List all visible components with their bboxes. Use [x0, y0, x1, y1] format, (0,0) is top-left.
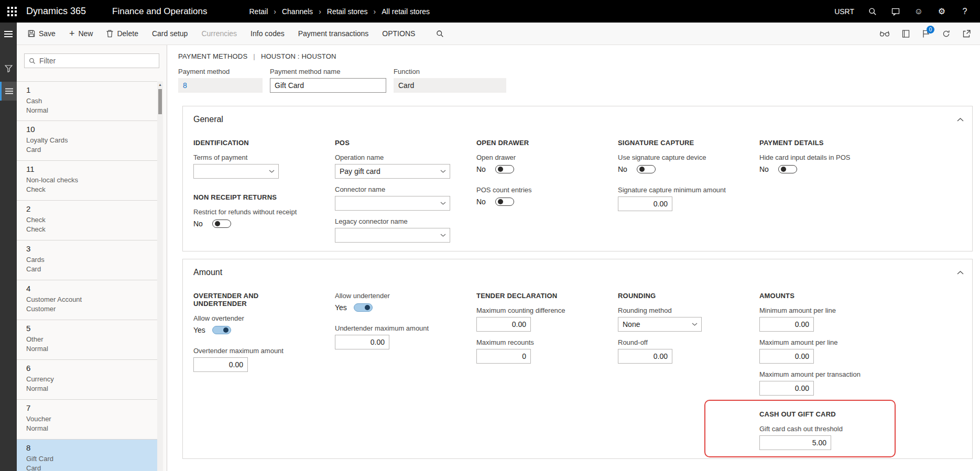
- save-icon: [28, 30, 35, 37]
- undertender-column: Allow undertender Yes Undertender maximu…: [335, 286, 450, 349]
- card-setup-button[interactable]: Card setup: [145, 23, 194, 45]
- filter-input[interactable]: [39, 57, 155, 65]
- list-item-other[interactable]: 5 Other Normal: [17, 320, 158, 360]
- signature-minimum-amount-input[interactable]: [618, 196, 672, 211]
- hamburger-menu-button[interactable]: [0, 23, 17, 45]
- list-scrollbar[interactable]: ▲: [157, 81, 163, 471]
- amount-section-header[interactable]: Amount: [183, 259, 972, 286]
- amount-section-title: Amount: [193, 268, 222, 277]
- list-item-currency[interactable]: 6 Currency Normal: [17, 360, 158, 400]
- payment-methods-list-panel: 1 Cash Normal 10 Loyalty Cards Card 11 N…: [17, 45, 167, 471]
- list-filter-box[interactable]: [24, 53, 159, 68]
- tender-declaration-column: TENDER DECLARATION Maximum counting diff…: [476, 286, 592, 364]
- breadcrumb-retail-stores[interactable]: Retail stores: [327, 7, 368, 16]
- search-icon[interactable]: [868, 7, 877, 16]
- scroll-up-arrow-icon[interactable]: ▲: [157, 81, 163, 88]
- payment-method-value-box: 8: [178, 78, 263, 93]
- breadcrumb-all-retail-stores[interactable]: All retail stores: [382, 7, 430, 16]
- open-in-new-window-icon[interactable]: [963, 30, 971, 38]
- allow-undertender-state: Yes: [335, 303, 347, 312]
- filter-rail-button[interactable]: [0, 59, 17, 78]
- max-counting-difference-input[interactable]: [476, 317, 531, 332]
- open-drawer-column: OPEN DRAWER Open drawer No POS count ent…: [476, 133, 592, 207]
- overtender-maximum-input[interactable]: [193, 357, 248, 372]
- settings-gear-icon[interactable]: ⚙: [937, 7, 946, 16]
- operation-name-value: Pay gift card: [335, 167, 436, 176]
- max-amount-per-line-input[interactable]: [759, 349, 814, 364]
- breadcrumb-retail[interactable]: Retail: [249, 7, 268, 16]
- max-amount-per-transaction-input[interactable]: [759, 381, 814, 396]
- user-account-button[interactable]: USRT: [834, 7, 854, 16]
- delete-button[interactable]: Delete: [100, 23, 145, 45]
- allow-overtender-toggle[interactable]: [212, 326, 231, 334]
- list-item-cards[interactable]: 3 Cards Card: [17, 240, 158, 280]
- chevron-up-icon[interactable]: [957, 118, 964, 122]
- gift-card-cash-out-threshold-field: Gift card cash out threshold: [759, 425, 875, 450]
- operation-name-dropdown[interactable]: Pay gift card: [335, 164, 450, 179]
- feedback-message-icon[interactable]: [891, 7, 900, 16]
- undertender-maximum-field: Undertender maximum amount: [335, 324, 450, 349]
- book-icon[interactable]: [902, 30, 910, 38]
- payment-method-link[interactable]: 8: [183, 81, 187, 90]
- allow-undertender-toggle[interactable]: [354, 303, 373, 312]
- action-search-button[interactable]: [429, 23, 451, 45]
- help-icon[interactable]: ?: [960, 7, 970, 16]
- app-name[interactable]: Finance and Operations: [112, 6, 207, 17]
- undertender-maximum-input[interactable]: [335, 335, 389, 349]
- list-item-voucher[interactable]: 7 Voucher Normal: [17, 400, 158, 440]
- save-button[interactable]: Save: [21, 23, 62, 45]
- action-bar-right-icons: 0: [880, 30, 980, 38]
- refresh-icon[interactable]: [942, 30, 950, 38]
- gift-card-cash-out-threshold-input[interactable]: [759, 435, 831, 450]
- new-button[interactable]: + New: [62, 23, 100, 45]
- restrict-refunds-toggle[interactable]: [212, 220, 231, 228]
- payment-method-name-field: Payment method name: [270, 68, 386, 93]
- breadcrumb-separator: ›: [374, 7, 376, 16]
- restrict-refunds-field: Restrict for refunds without receipt No: [193, 208, 309, 229]
- payment-method-function: Check: [26, 225, 153, 233]
- list-pane-rail-button[interactable]: [0, 82, 17, 101]
- terms-of-payment-dropdown[interactable]: [193, 164, 279, 179]
- connector-name-dropdown[interactable]: [335, 196, 450, 211]
- scrollbar-thumb[interactable]: [158, 89, 162, 114]
- list-item-cash[interactable]: 1 Cash Normal: [17, 81, 158, 121]
- payment-transactions-button[interactable]: Payment transactions: [291, 23, 376, 45]
- list-item-non-local-checks[interactable]: 11 Non-local checks Check: [17, 161, 158, 201]
- chevron-up-icon[interactable]: [957, 271, 964, 275]
- undertender-maximum-label: Undertender maximum amount: [335, 324, 450, 332]
- payment-method-name: Other: [26, 335, 153, 343]
- legacy-connector-name-dropdown[interactable]: [335, 228, 450, 243]
- info-codes-button[interactable]: Info codes: [244, 23, 291, 45]
- app-launcher-button[interactable]: [0, 0, 24, 23]
- list-item-gift-card-selected[interactable]: 8 Gift Card Card: [17, 440, 158, 471]
- use-signature-device-toggle[interactable]: [637, 165, 656, 173]
- hide-card-input-toggle[interactable]: [778, 165, 797, 173]
- hide-card-input-state: No: [759, 165, 772, 173]
- brand-dynamics-365[interactable]: Dynamics 365: [26, 6, 86, 17]
- signature-capture-group-title: SIGNATURE CAPTURE: [618, 139, 733, 147]
- identification-group-title: IDENTIFICATION: [193, 139, 309, 147]
- allow-overtender-state: Yes: [193, 326, 206, 334]
- pos-count-entries-toggle[interactable]: [495, 198, 514, 206]
- payment-method-id: 7: [26, 403, 153, 412]
- rounding-method-dropdown[interactable]: None: [618, 317, 702, 332]
- breadcrumb-channels[interactable]: Channels: [282, 7, 313, 16]
- message-flag-icon[interactable]: 0: [922, 30, 930, 38]
- min-amount-per-line-input[interactable]: [759, 317, 814, 332]
- list-item-customer-account[interactable]: 4 Customer Account Customer: [17, 280, 158, 320]
- smiley-feedback-icon[interactable]: ☺: [914, 7, 923, 16]
- list-item-check[interactable]: 2 Check Check: [17, 201, 158, 240]
- round-off-input[interactable]: [618, 349, 672, 364]
- max-recounts-label: Maximum recounts: [476, 338, 592, 346]
- operation-name-label: Operation name: [335, 154, 450, 161]
- pos-count-entries-label: POS count entries: [476, 186, 592, 194]
- signature-minimum-amount-label: Signature capture minimum amount: [618, 186, 733, 194]
- options-menu-button[interactable]: OPTIONS: [375, 23, 422, 45]
- general-section-header[interactable]: General: [183, 106, 972, 133]
- list-item-loyalty-cards[interactable]: 10 Loyalty Cards Card: [17, 121, 158, 161]
- glasses-icon[interactable]: [880, 30, 889, 37]
- payment-method-name-input[interactable]: [270, 78, 386, 93]
- max-recounts-input[interactable]: [476, 349, 531, 364]
- open-drawer-toggle[interactable]: [495, 165, 514, 173]
- top-bar-actions: USRT ☺ ⚙ ?: [834, 7, 980, 16]
